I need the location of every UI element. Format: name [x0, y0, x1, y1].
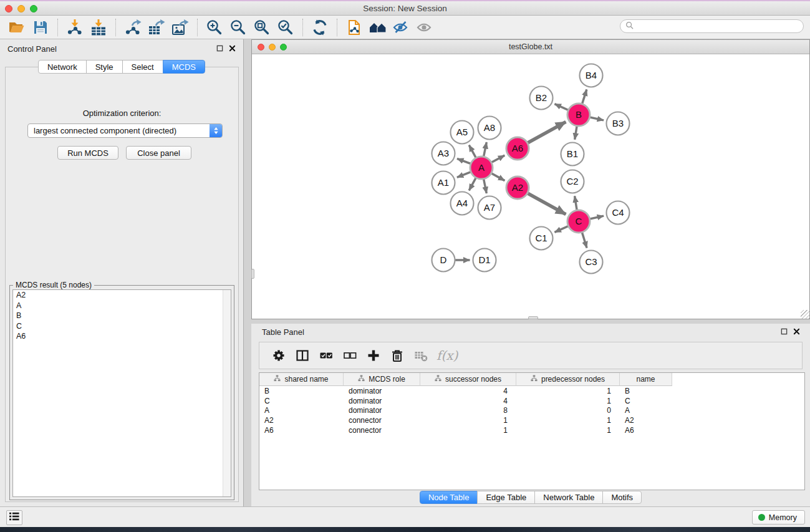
graph-node-A8[interactable]: A8	[478, 117, 501, 140]
table-cell[interactable]: 1	[516, 425, 620, 435]
table-cell[interactable]: A	[620, 405, 672, 415]
graph-node-B[interactable]: B	[567, 104, 590, 126]
network-from-selection-icon[interactable]	[342, 17, 366, 37]
table-cell[interactable]: dominator	[344, 405, 420, 415]
show-all-icon[interactable]	[413, 17, 437, 37]
float-panel-icon[interactable]	[216, 45, 223, 52]
zoom-selected-icon[interactable]	[274, 17, 297, 37]
result-list-item[interactable]: A2	[13, 290, 231, 301]
table-cell[interactable]: connector	[344, 425, 420, 435]
node-table[interactable]: shared nameMCDS rolesuccessor nodesprede…	[259, 372, 805, 490]
table-cell[interactable]: C	[620, 396, 672, 406]
tab-edge-table[interactable]: Edge Table	[477, 491, 535, 504]
table-cell[interactable]: 0	[516, 405, 620, 415]
table-cell[interactable]: A6	[620, 425, 672, 435]
table-cell[interactable]: A6	[259, 425, 344, 435]
column-header-successor-nodes[interactable]: successor nodes	[420, 373, 516, 386]
hide-selected-icon[interactable]	[390, 17, 413, 37]
result-list-item[interactable]: C	[13, 321, 231, 332]
table-cell[interactable]: C	[259, 396, 344, 406]
table-cell[interactable]: 1	[516, 386, 620, 396]
save-session-icon[interactable]	[29, 17, 52, 37]
table-cell[interactable]: 1	[420, 425, 516, 435]
table-cell[interactable]: A2	[259, 415, 344, 425]
bottom-border-grip[interactable]	[528, 316, 538, 319]
tab-select[interactable]: Select	[122, 60, 163, 74]
graph-node-B4[interactable]: B4	[580, 64, 603, 87]
graph-node-A7[interactable]: A7	[478, 196, 501, 220]
result-list-item[interactable]: B	[13, 311, 231, 321]
column-header-mcds-role[interactable]: MCDS role	[344, 373, 420, 386]
network-graph[interactable]: B4B2BB3A5A8A6A3B1AA1C2A2A4A7CC4C1C3DD1	[252, 54, 809, 319]
optimization-criterion-dropdown[interactable]: largest connected component (directed)	[27, 123, 223, 138]
network-window-titlebar[interactable]: testGlobe.txt	[252, 40, 809, 54]
left-border-grip[interactable]	[251, 269, 254, 279]
table-cell[interactable]: connector	[344, 415, 420, 425]
table-cell[interactable]: 1	[516, 415, 620, 425]
graph-node-A1[interactable]: A1	[432, 172, 455, 195]
tab-mcds[interactable]: MCDS	[163, 60, 205, 74]
graph-node-D1[interactable]: D1	[473, 249, 496, 272]
import-network-icon[interactable]	[63, 17, 87, 37]
graph-node-B2[interactable]: B2	[530, 87, 553, 110]
table-cell[interactable]: 4	[420, 396, 516, 406]
settings-gear-icon[interactable]	[267, 344, 291, 367]
graph-node-A3[interactable]: A3	[432, 142, 455, 165]
table-cell[interactable]: A2	[620, 415, 672, 425]
export-image-icon[interactable]	[168, 17, 192, 37]
zoom-fit-icon[interactable]	[250, 17, 274, 37]
graph-node-C4[interactable]: C4	[607, 201, 630, 225]
graph-node-C2[interactable]: C2	[561, 170, 584, 193]
open-session-icon[interactable]	[5, 17, 29, 37]
table-cell[interactable]: 1	[420, 415, 516, 425]
close-panel-icon[interactable]	[793, 328, 800, 335]
refresh-view-icon[interactable]	[308, 17, 332, 37]
tab-motifs[interactable]: Motifs	[602, 491, 642, 504]
graph-node-A4[interactable]: A4	[451, 192, 474, 215]
zoom-in-icon[interactable]	[203, 17, 226, 37]
mcds-result-list[interactable]: A2ABCA6	[12, 289, 231, 497]
task-history-button[interactable]	[6, 510, 22, 525]
column-split-icon[interactable]	[291, 344, 314, 367]
table-cell[interactable]: 1	[516, 396, 620, 406]
tab-style[interactable]: Style	[86, 60, 123, 74]
graph-node-A2[interactable]: A2	[506, 177, 529, 199]
graph-node-A[interactable]: A	[470, 157, 493, 179]
table-cell[interactable]: dominator	[344, 396, 420, 406]
graph-node-A5[interactable]: A5	[451, 121, 474, 144]
tab-network[interactable]: Network	[38, 60, 87, 74]
close-panel-button[interactable]: Close panel	[126, 146, 191, 160]
delete-selected-icon[interactable]	[385, 344, 409, 367]
tab-node-table[interactable]: Node Table	[420, 491, 478, 504]
graph-node-A6[interactable]: A6	[506, 137, 529, 160]
search-field[interactable]	[620, 19, 804, 33]
table-cell[interactable]: 8	[420, 405, 516, 415]
graph-node-B3[interactable]: B3	[607, 112, 630, 135]
first-neighbors-icon[interactable]	[366, 17, 390, 37]
result-list-scrollbar[interactable]	[223, 290, 231, 496]
run-mcds-button[interactable]: Run MCDS	[57, 146, 118, 160]
column-header-name[interactable]: name	[620, 373, 672, 386]
table-cell[interactable]: B	[259, 386, 344, 396]
table-cell[interactable]: 4	[420, 386, 516, 396]
unselect-all-icon[interactable]	[338, 344, 362, 367]
graph-node-C[interactable]: C	[567, 210, 590, 233]
window-resize-grip[interactable]	[801, 310, 809, 319]
column-header-predecessor-nodes[interactable]: predecessor nodes	[516, 373, 620, 386]
result-list-item[interactable]: A6	[13, 331, 231, 342]
select-all-icon[interactable]	[314, 344, 338, 367]
export-table-icon[interactable]	[145, 17, 168, 37]
table-cell[interactable]: dominator	[344, 386, 420, 396]
graph-node-C1[interactable]: C1	[530, 227, 553, 250]
search-input[interactable]	[637, 21, 803, 32]
column-header-shared-name[interactable]: shared name	[259, 373, 344, 386]
graph-node-D[interactable]: D	[432, 249, 455, 272]
graph-node-B1[interactable]: B1	[561, 143, 584, 166]
graph-node-C3[interactable]: C3	[580, 251, 603, 274]
close-panel-icon[interactable]	[229, 45, 236, 52]
tab-network-table[interactable]: Network Table	[534, 491, 603, 504]
network-canvas[interactable]: B4B2BB3A5A8A6A3B1AA1C2A2A4A7CC4C1C3DD1	[252, 54, 809, 319]
table-cell[interactable]: B	[620, 386, 672, 396]
import-table-icon[interactable]	[87, 17, 110, 37]
float-panel-icon[interactable]	[781, 328, 788, 335]
